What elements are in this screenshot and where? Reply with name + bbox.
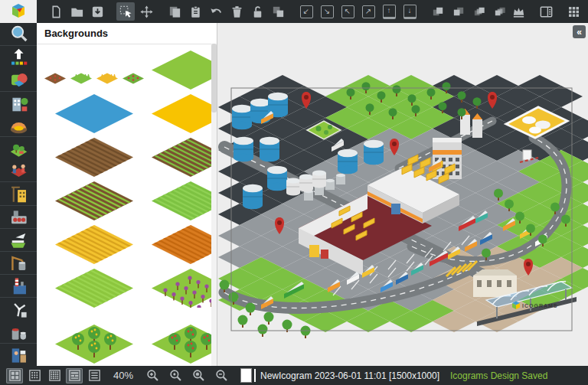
sidebar-item-energy[interactable] (0, 297, 37, 320)
transport-icon (8, 230, 29, 250)
tile-item-vineyard[interactable] (152, 269, 217, 308)
tile-item-water[interactable] (55, 94, 133, 133)
align-top-right-icon: ↗ (362, 5, 375, 18)
send-to-back-icon (493, 5, 508, 19)
bring-to-front-button[interactable] (470, 2, 488, 21)
sidebar-item-port-crane[interactable] (0, 251, 37, 274)
send-backward-button[interactable] (449, 2, 468, 21)
tile-item-small-patches[interactable] (43, 64, 145, 90)
tile-crop-rows-field[interactable] (152, 138, 217, 177)
tile-item-meadow-field[interactable] (55, 269, 133, 308)
templates-panel-button[interactable] (537, 2, 555, 21)
tile-wheat-patch[interactable] (95, 64, 119, 85)
tile-vineyard[interactable] (152, 269, 217, 308)
tile-crop-patch[interactable] (43, 64, 67, 85)
sidebar-item-sport-stadium[interactable] (0, 114, 37, 136)
sidebar-item-factory[interactable] (0, 274, 37, 297)
sidebar-item-backgrounds-upload[interactable] (0, 45, 37, 68)
tile-item-crop-rows-field[interactable] (152, 138, 217, 177)
tile-item-grass-plain[interactable] (152, 51, 217, 90)
align-bottom-left-button[interactable]: ↙ (297, 2, 315, 21)
tile-item-plowed-field[interactable] (55, 138, 133, 177)
zoom-fit-button[interactable] (190, 368, 207, 383)
select-tool-button[interactable] (116, 2, 135, 21)
sidebar-item-construction[interactable] (0, 181, 37, 204)
apps-grid-button[interactable] (564, 2, 583, 21)
tile-plowed-field[interactable] (55, 138, 133, 177)
align-top-right-button[interactable]: ↗ (359, 2, 377, 21)
collapse-panel-button[interactable]: « (573, 25, 586, 38)
send-to-back-button[interactable] (491, 2, 509, 21)
delete-button[interactable] (227, 2, 246, 21)
tile-grass-patch[interactable] (69, 64, 93, 85)
tile-item-sand[interactable] (152, 94, 217, 133)
tile-autumn-field[interactable] (152, 225, 217, 264)
tile-item-wheat-field[interactable] (55, 225, 133, 264)
tile-meadow-field[interactable] (55, 269, 133, 308)
list-view-button[interactable] (86, 368, 103, 383)
open-design-button[interactable] (67, 2, 86, 21)
tile-item-seedling-field[interactable] (55, 181, 133, 220)
align-bottom-right-icon: ↘ (321, 5, 334, 18)
sidebar-item-market-people[interactable] (0, 159, 37, 181)
sidebar-item-tanks-industry[interactable] (0, 321, 37, 343)
tile-seedling-field[interactable] (55, 181, 133, 220)
search-icon (8, 24, 29, 44)
zoom-100-button[interactable] (167, 368, 184, 383)
move-tool-button[interactable] (137, 2, 155, 21)
zoom-out-button[interactable] (213, 368, 230, 383)
tile-item-orchard-red[interactable] (152, 312, 217, 364)
import-design-icon (90, 5, 105, 19)
document-title: NewIcogram 2023-06-01 11:01 [1500x1000] (260, 370, 439, 381)
canvas[interactable]: ICOGRAMS « (217, 23, 588, 366)
move-row-down-button[interactable]: ↓ (400, 2, 419, 21)
construction-icon (8, 184, 29, 204)
align-bottom-left-icon: ↙ (300, 5, 313, 18)
paste-button[interactable] (186, 2, 204, 21)
design-artwork[interactable]: ICOGRAMS (217, 23, 588, 366)
grid-rows-button[interactable] (66, 368, 83, 383)
panel-scrollbar[interactable] (211, 44, 217, 366)
copy-button[interactable] (165, 2, 184, 21)
tile-item-autumn-field[interactable] (152, 225, 217, 264)
zoom-in-button[interactable] (144, 368, 161, 383)
sidebar-item-search[interactable] (0, 23, 37, 45)
sidebar-item-city-buildings[interactable] (0, 91, 37, 114)
app-logo[interactable] (0, 0, 37, 23)
city-buildings-icon (8, 93, 29, 113)
premium-crown-icon (511, 5, 526, 19)
sidebar-item-interior-office[interactable] (0, 343, 37, 366)
tile-wheat-field[interactable] (55, 225, 133, 264)
unlock-button[interactable] (248, 2, 266, 21)
tile-item-grass-field[interactable] (152, 181, 217, 220)
align-top-left-button[interactable]: ↖ (338, 2, 357, 21)
tile-grass-plain[interactable] (152, 51, 217, 90)
panel-scrollbar-thumb[interactable] (211, 44, 217, 113)
sidebar-item-industry-machines[interactable] (0, 205, 37, 228)
group-button[interactable] (269, 2, 287, 21)
toolbar-group (116, 2, 155, 21)
tile-item-orchard-yellow[interactable] (55, 312, 133, 364)
move-row-down-icon: ↓ (403, 5, 416, 19)
page-color-swatch[interactable] (240, 368, 252, 383)
premium-crown-button[interactable] (509, 2, 528, 21)
thumbs-small-button[interactable] (26, 368, 43, 383)
thumbs-large-button[interactable] (6, 368, 23, 383)
tile-orchard-red[interactable] (152, 312, 217, 364)
sidebar-item-transport[interactable] (0, 228, 37, 251)
tile-sand[interactable] (152, 94, 217, 133)
tile-water[interactable] (55, 94, 133, 133)
sidebar-item-basic-shapes[interactable] (0, 68, 37, 90)
align-bottom-right-button[interactable]: ↘ (318, 2, 336, 21)
undo-button[interactable] (207, 2, 225, 21)
send-backward-icon (452, 5, 466, 19)
tile-flower-patch[interactable] (121, 64, 145, 85)
sidebar-item-park-nature[interactable] (0, 136, 37, 159)
tile-grass-field[interactable] (152, 181, 217, 220)
tile-orchard-yellow[interactable] (55, 312, 133, 364)
bring-forward-button[interactable] (429, 2, 447, 21)
import-design-button[interactable] (88, 2, 106, 21)
grid-dense-button[interactable] (46, 368, 63, 383)
move-row-up-button[interactable]: ↑ (380, 2, 398, 21)
new-document-button[interactable] (47, 2, 65, 21)
